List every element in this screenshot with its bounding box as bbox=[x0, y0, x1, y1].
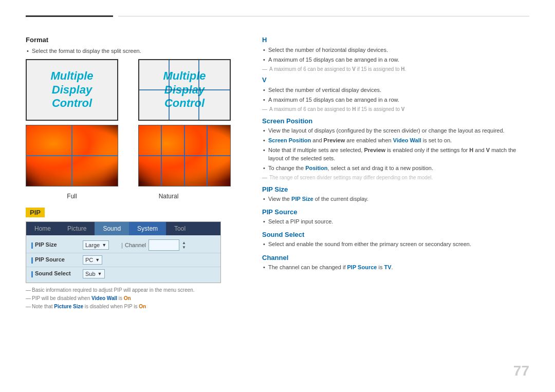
pip-badge: PIP bbox=[26, 208, 45, 217]
pip-tab-picture[interactable]: Picture bbox=[59, 222, 95, 235]
pip-tab-sound[interactable]: Sound bbox=[95, 222, 129, 235]
sound-select-bullet: Select and enable the sound from either … bbox=[262, 240, 529, 248]
pip-channel-box: ｜Channel ▲ ▼ bbox=[119, 239, 186, 251]
pip-channel-label: ｜Channel bbox=[119, 241, 146, 249]
pip-size-select[interactable]: Large ▼ bbox=[83, 240, 109, 250]
sp-bullet-1: View the layout of displays (configured … bbox=[262, 127, 529, 135]
pip-source-bullet: Select a PIP input source. bbox=[262, 218, 529, 226]
v-bullet-2: A maximum of 15 displays can be arranged… bbox=[262, 96, 529, 104]
pip-sound-select[interactable]: Sub ▼ bbox=[83, 269, 105, 278]
sound-select-title: Sound Select bbox=[262, 231, 529, 238]
h-bullet-1: Select the number of horizontal display … bbox=[262, 46, 529, 54]
pip-menu: Home Picture Sound System Tool PIP Size bbox=[26, 221, 221, 283]
format-cell-text-1-content: Multiple Display Control bbox=[50, 69, 93, 110]
pip-row-sound: Sound Select Sub ▼ bbox=[26, 267, 220, 281]
sp-note: The range of screen divider settings may… bbox=[262, 175, 529, 180]
pip-size-info: PIP Size View the PIP Size of the curren… bbox=[262, 185, 529, 203]
flower-grid-natural bbox=[139, 125, 230, 186]
sound-select-info: Sound Select Select and enable the sound… bbox=[262, 231, 529, 248]
top-decorative-bar bbox=[26, 15, 529, 16]
sp-bullet-3: Note that if multiple sets are selected,… bbox=[262, 146, 529, 162]
pip-menu-body: PIP Size Large ▼ ｜Channel ▲ ▼ bbox=[26, 235, 220, 283]
grid-overlay-2 bbox=[139, 60, 230, 120]
right-column: H Select the number of horizontal displa… bbox=[262, 36, 529, 392]
v-label: V bbox=[262, 76, 529, 84]
pip-menu-header: Home Picture Sound System Tool bbox=[26, 222, 220, 235]
format-labels: Full Natural bbox=[26, 191, 247, 200]
pip-source-info: PIP Source Select a PIP input source. bbox=[262, 208, 529, 226]
pip-row-source-label: PIP Source bbox=[31, 256, 83, 263]
pip-channel-input[interactable] bbox=[149, 239, 179, 251]
pip-size-bullet: View the PIP Size of the current display… bbox=[262, 195, 529, 203]
h-label: H bbox=[262, 36, 529, 44]
pip-row-size: PIP Size Large ▼ ｜Channel ▲ ▼ bbox=[26, 237, 220, 253]
channel-info: Channel The channel can be changed if PI… bbox=[262, 254, 529, 271]
v-bullet-1: Select the number of vertical display de… bbox=[262, 86, 529, 94]
format-bullet: Select the format to display the split s… bbox=[26, 48, 247, 54]
screen-position-title: Screen Position bbox=[262, 117, 529, 125]
pip-tab-system[interactable]: System bbox=[129, 222, 166, 235]
pip-source-select[interactable]: PC ▼ bbox=[83, 255, 102, 265]
pip-note-3: Note that Picture Size is disabled when … bbox=[26, 304, 247, 309]
v-section: V Select the number of vertical display … bbox=[262, 76, 529, 112]
pip-source-title: PIP Source bbox=[262, 208, 529, 216]
format-cell-text-2: Multiple Display Control bbox=[138, 59, 231, 121]
sp-bullet-4: To change the Position, select a set and… bbox=[262, 164, 529, 172]
h-section: H Select the number of horizontal displa… bbox=[262, 36, 529, 72]
pip-tab-tool[interactable]: Tool bbox=[166, 222, 194, 235]
v-note: A maximum of 6 can be assigned to H if 1… bbox=[262, 106, 529, 112]
pip-tab-home[interactable]: Home bbox=[26, 222, 59, 235]
page-number: 77 bbox=[513, 363, 529, 379]
flower-image-natural bbox=[138, 125, 231, 186]
left-column: Format Select the format to display the … bbox=[26, 36, 247, 392]
pip-note-2: PIP will be disabled when Video Wall is … bbox=[26, 295, 247, 301]
format-grid: Multiple Display Control Multiple Displa… bbox=[26, 59, 247, 186]
format-title: Format bbox=[26, 36, 247, 44]
sp-bullet-2: Screen Position and Preview are enabled … bbox=[262, 137, 529, 144]
format-section: Format Select the format to display the … bbox=[26, 36, 247, 200]
pip-row-source: PIP Source PC ▼ bbox=[26, 253, 220, 267]
label-natural: Natural bbox=[122, 191, 215, 200]
pip-note-1: Basic information required to adjust PIP… bbox=[26, 287, 247, 293]
h-note: A maximum of 6 can be assigned to V if 1… bbox=[262, 66, 529, 72]
pip-section: PIP Home Picture Sound System Tool bbox=[26, 208, 247, 309]
flower-grid-full bbox=[26, 125, 118, 186]
channel-bullet: The channel can be changed if PIP Source… bbox=[262, 264, 529, 271]
pip-channel-arrows[interactable]: ▲ ▼ bbox=[182, 240, 186, 250]
pip-notes: Basic information required to adjust PIP… bbox=[26, 287, 247, 309]
pip-row-sound-label: Sound Select bbox=[31, 270, 83, 277]
screen-position-section: Screen Position View the layout of displ… bbox=[262, 117, 529, 180]
flower-image-full bbox=[26, 125, 118, 186]
format-cell-text-1: Multiple Display Control bbox=[26, 59, 118, 121]
pip-size-title: PIP Size bbox=[262, 185, 529, 193]
channel-title: Channel bbox=[262, 254, 529, 262]
label-full: Full bbox=[26, 191, 118, 200]
pip-row-size-label: PIP Size bbox=[31, 241, 83, 248]
h-bullet-2: A maximum of 15 displays can be arranged… bbox=[262, 56, 529, 64]
